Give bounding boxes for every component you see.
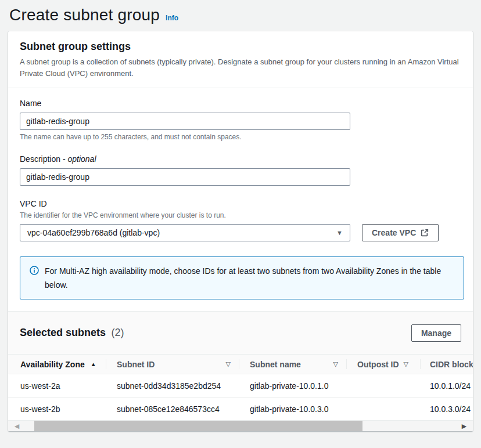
vpc-id-description: The identifier for the VPC environment w… [20, 211, 461, 220]
name-input[interactable] [20, 113, 350, 130]
vpc-row: vpc-04a60ef299b768a6d (gitlab-vpc) ▼ Cre… [20, 224, 461, 241]
cell-subnet-id: subnet-0dd34d3185e2bd254 [106, 374, 239, 397]
name-field-group: Name The name can have up to 255 charact… [20, 99, 461, 141]
cell-subnet-name: gitlab-private-10.0.3.0 [239, 398, 347, 420]
cell-subnet-name: gitlab-private-10.0.1.0 [239, 374, 347, 397]
description-label-text: Description - [20, 154, 67, 164]
settings-title: Subnet group settings [20, 41, 461, 53]
scroll-right-icon[interactable]: ▶ [455, 421, 473, 431]
description-field-group: Description - optional [20, 154, 461, 186]
column-label: CIDR block [430, 360, 473, 369]
vpc-field-group: VPC ID The identifier for the VPC enviro… [20, 199, 461, 241]
horizontal-scrollbar[interactable]: ◀ ▶ [8, 421, 473, 431]
name-helper-text: The name can have up to 255 characters, … [20, 133, 461, 141]
info-link[interactable]: Info [166, 14, 178, 22]
chevron-down-icon: ▼ [336, 229, 343, 236]
table-row[interactable]: us-west-2a subnet-0dd34d3185e2bd254 gitl… [8, 374, 473, 398]
selected-subnets-title: Selected subnets [20, 327, 106, 338]
scrollbar-thumb[interactable] [34, 421, 362, 431]
subnets-table: Availability Zone ▲ Subnet ID ▽ Subnet n… [8, 354, 473, 421]
external-link-icon [421, 229, 429, 237]
alert-text: For Multi-AZ high availability mode, cho… [45, 264, 446, 292]
create-vpc-button[interactable]: Create VPC [362, 224, 439, 241]
cell-cidr-block: 10.0.1.0/24 [421, 374, 473, 397]
scrollbar-track[interactable] [26, 421, 455, 431]
cell-outpost-id [347, 398, 421, 420]
create-vpc-button-label: Create VPC [372, 228, 416, 237]
settings-description: A subnet group is a collection of subnet… [20, 56, 461, 80]
sort-ascending-icon: ▲ [91, 361, 96, 367]
cell-outpost-id [347, 374, 421, 397]
cell-availability-zone: us-west-2b [8, 398, 106, 420]
selected-subnets-count: (2) [112, 327, 124, 338]
cell-cidr-block: 10.0.3.0/24 [421, 398, 473, 420]
selected-subnets-title-wrap: Selected subnets (2) [20, 327, 124, 339]
column-header-subnet-id[interactable]: Subnet ID ▽ [106, 355, 239, 374]
sortable-icon: ▽ [333, 360, 338, 368]
table-row[interactable]: us-west-2b subnet-085ce12e846573cc4 gitl… [8, 398, 473, 421]
multi-az-info-alert: For Multi-AZ high availability mode, cho… [20, 256, 464, 299]
subnet-group-settings-header: Subnet group settings A subnet group is … [8, 31, 473, 88]
page-header: Create subnet group Info [0, 0, 481, 31]
optional-label: optional [67, 154, 96, 164]
sortable-icon: ▽ [404, 360, 408, 368]
description-label: Description - optional [20, 154, 461, 164]
selected-subnets-header: Selected subnets (2) Manage [8, 312, 473, 354]
description-input[interactable] [20, 168, 350, 186]
column-header-cidr-block[interactable]: CIDR block [421, 355, 473, 374]
vpc-selected-value: vpc-04a60ef299b768a6d (gitlab-vpc) [27, 228, 160, 237]
column-label: Availability Zone [20, 360, 85, 369]
column-label: Subnet ID [117, 360, 155, 369]
column-label: Subnet name [250, 360, 301, 369]
vpc-select[interactable]: vpc-04a60ef299b768a6d (gitlab-vpc) ▼ [20, 224, 350, 241]
page-title: Create subnet group [9, 6, 160, 24]
form-section: Name The name can have up to 255 charact… [8, 88, 473, 311]
column-header-subnet-name[interactable]: Subnet name ▽ [239, 355, 347, 374]
info-circle-icon [30, 266, 39, 277]
vpc-id-label: VPC ID [20, 199, 461, 208]
column-label: Outpost ID [357, 360, 399, 369]
name-label: Name [20, 99, 461, 108]
manage-button[interactable]: Manage [411, 324, 461, 342]
column-header-availability-zone[interactable]: Availability Zone ▲ [8, 355, 106, 374]
create-subnet-group-card: Subnet group settings A subnet group is … [8, 31, 473, 431]
table-header-row: Availability Zone ▲ Subnet ID ▽ Subnet n… [8, 354, 473, 374]
sortable-icon: ▽ [226, 360, 231, 368]
manage-button-label: Manage [421, 328, 451, 338]
cell-subnet-id: subnet-085ce12e846573cc4 [106, 398, 239, 420]
column-header-outpost-id[interactable]: Outpost ID ▽ [347, 355, 421, 374]
cell-availability-zone: us-west-2a [8, 374, 106, 397]
scroll-left-icon[interactable]: ◀ [8, 421, 26, 431]
